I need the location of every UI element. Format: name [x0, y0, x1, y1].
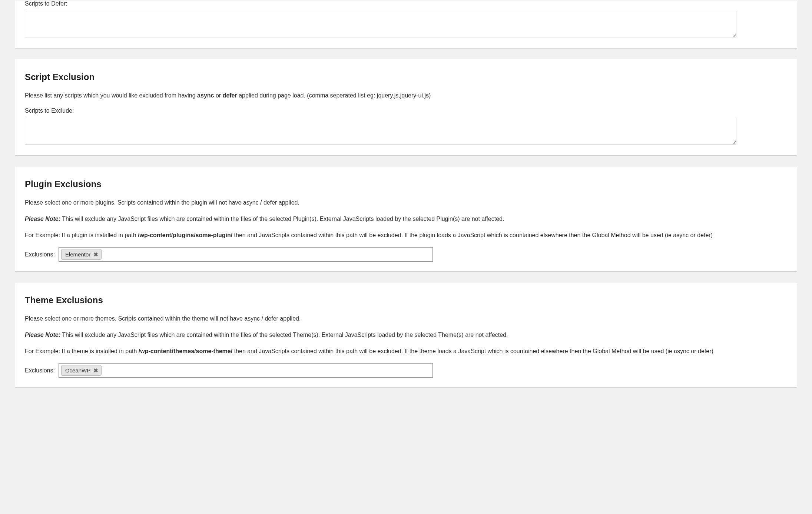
theme-exclusions-title: Theme Exclusions	[25, 295, 787, 305]
text-fragment: or	[214, 92, 222, 99]
note-text: This will exclude any JavaScript files w…	[60, 216, 504, 222]
text-fragment: applied during page load. (comma seperat…	[237, 92, 431, 99]
scripts-to-exclude-textarea[interactable]	[25, 118, 736, 145]
script-exclusion-card: Script Exclusion Please list any scripts…	[15, 59, 797, 156]
chip-oceanwp[interactable]: OceanWP ✖	[61, 365, 102, 376]
scripts-to-exclude-label: Scripts to Exclude:	[25, 107, 787, 114]
chip-elementor[interactable]: Elementor ✖	[61, 249, 102, 260]
note-label: Please Note:	[25, 332, 60, 338]
note-text: This will exclude any JavaScript files w…	[60, 332, 508, 338]
text-fragment: then and JavaScripts contained within th…	[232, 232, 713, 238]
theme-exclusions-p1: Please select one or more themes. Script…	[25, 314, 787, 323]
example-path: /wp-content/themes/some-theme/	[139, 348, 232, 354]
scripts-to-defer-card: Scripts to Defer:	[15, 0, 797, 49]
scripts-to-defer-textarea[interactable]	[25, 11, 736, 37]
text-fragment: For Example: If a plugin is installed in…	[25, 232, 138, 238]
theme-exclusions-multiselect[interactable]: OceanWP ✖	[59, 363, 433, 378]
plugin-exclusions-title: Plugin Exclusions	[25, 179, 787, 189]
note-label: Please Note:	[25, 216, 60, 222]
plugin-exclusions-example: For Example: If a plugin is installed in…	[25, 231, 787, 240]
close-icon[interactable]: ✖	[93, 368, 98, 373]
plugin-exclusions-row: Exclusions: Elementor ✖	[25, 247, 787, 262]
theme-exclusions-row: Exclusions: OceanWP ✖	[25, 363, 787, 378]
text-bold-defer: defer	[223, 92, 237, 99]
plugin-exclusions-card: Plugin Exclusions Please select one or m…	[15, 166, 797, 272]
chip-label: OceanWP	[65, 367, 90, 374]
plugin-exclusions-multiselect[interactable]: Elementor ✖	[59, 247, 433, 262]
theme-exclusions-card: Theme Exclusions Please select one or mo…	[15, 282, 797, 388]
text-fragment: Please list any scripts which you would …	[25, 92, 197, 99]
script-exclusion-title: Script Exclusion	[25, 72, 787, 82]
plugin-exclusions-note: Please Note: This will exclude any JavaS…	[25, 215, 787, 223]
close-icon[interactable]: ✖	[93, 252, 98, 257]
theme-exclusions-note: Please Note: This will exclude any JavaS…	[25, 331, 787, 339]
chip-label: Elementor	[65, 251, 90, 258]
text-bold-async: async	[197, 92, 214, 99]
text-fragment: then and JavaScripts contained within th…	[232, 348, 713, 354]
scripts-to-defer-label: Scripts to Defer:	[25, 0, 787, 7]
example-path: /wp-content/plugins/some-plugin/	[138, 232, 232, 238]
theme-exclusions-example: For Example: If a theme is installed in …	[25, 347, 787, 356]
plugin-exclusions-p1: Please select one or more plugins. Scrip…	[25, 198, 787, 207]
text-fragment: For Example: If a theme is installed in …	[25, 348, 139, 354]
plugin-exclusions-select-label: Exclusions:	[25, 251, 55, 258]
settings-page: Scripts to Defer: Script Exclusion Pleas…	[0, 0, 812, 409]
script-exclusion-description: Please list any scripts which you would …	[25, 91, 787, 100]
theme-exclusions-select-label: Exclusions:	[25, 367, 55, 374]
